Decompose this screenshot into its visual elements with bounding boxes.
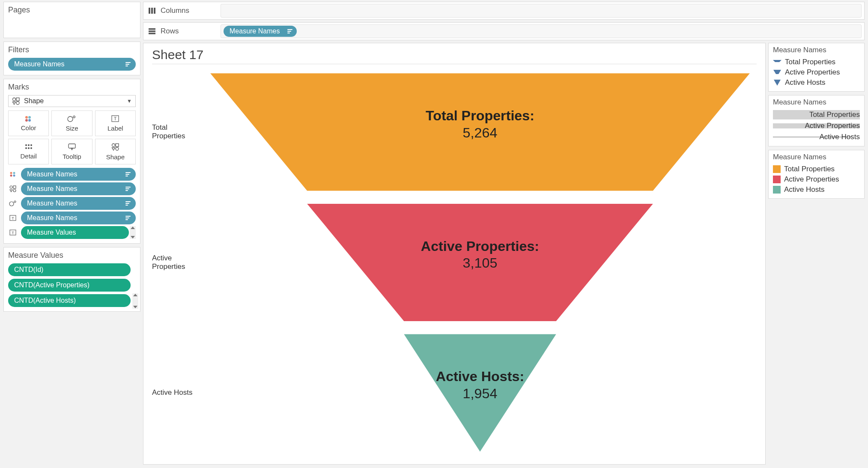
size-legend-title: Measure Names [773, 98, 860, 107]
mark-pill-size[interactable]: Measure Names [21, 197, 136, 210]
mark-btn-size-label: Size [66, 125, 78, 132]
filters-card-title: Filters [8, 45, 136, 54]
shape-legend[interactable]: Measure Names Total Properties Active Pr… [768, 43, 865, 92]
filters-card[interactable]: Filters Measure Names [3, 42, 140, 75]
shape-legend-title: Measure Names [773, 46, 860, 54]
mark-type-label: Shape [24, 97, 44, 105]
columns-icon [143, 7, 161, 14]
svg-point-31 [13, 189, 16, 192]
mark-btn-color[interactable]: Color [8, 110, 49, 136]
svg-rect-42 [149, 30, 155, 32]
color-swatch-icon [773, 186, 781, 194]
rows-drop[interactable]: Measure Names [221, 24, 862, 38]
svg-text:T: T [12, 231, 14, 235]
svg-marker-44 [773, 60, 781, 62]
svg-point-26 [10, 175, 12, 177]
size-icon [67, 115, 77, 122]
mark-btn-size[interactable]: Size [51, 110, 92, 136]
svg-point-15 [25, 147, 27, 149]
svg-point-24 [10, 172, 12, 174]
filters-pill-measure-names[interactable]: Measure Names [8, 58, 136, 71]
title-rule [152, 64, 757, 64]
svg-rect-29 [13, 186, 16, 188]
funnel-chart[interactable]: Total Properties:5,264Active Properties:… [203, 67, 757, 458]
mark-btn-tooltip-label: Tooltip [63, 153, 81, 160]
size-legend[interactable]: Measure Names Total Properties Active Pr… [768, 95, 865, 146]
svg-point-0 [13, 98, 16, 101]
mark-pill-label2[interactable]: Measure Values [21, 226, 129, 239]
pill-label: Measure Names [14, 60, 64, 68]
mv-pill-0[interactable]: CNTD(Id) [8, 263, 131, 276]
mv-pill-1[interactable]: CNTD(Active Properties) [8, 279, 131, 292]
legend-label: Total Properties [785, 58, 835, 66]
columns-shelf[interactable]: Columns [143, 2, 865, 20]
svg-marker-22 [112, 148, 115, 150]
mv-scrollbar[interactable] [132, 293, 138, 309]
mark-btn-label[interactable]: T Label [95, 110, 136, 136]
svg-rect-38 [149, 8, 150, 14]
mark-pill-color[interactable]: Measure Names [21, 168, 136, 181]
label-t-icon: T [111, 115, 119, 122]
columns-drop[interactable] [221, 4, 862, 18]
triangle-down-icon [773, 80, 781, 86]
funnel-mark-label-0: Total Properties: [426, 109, 534, 123]
color-legend-item-1[interactable]: Active Properties [773, 174, 860, 185]
left-sidebar: Pages Filters Measure Names Marks Shape … [3, 2, 140, 465]
funnel-mark-label-1: Active Properties: [421, 239, 539, 253]
mark-pill-scrollbar[interactable] [130, 226, 136, 239]
row-label-1: Active Properties [152, 197, 203, 328]
pill-label: Measure Names [27, 170, 77, 178]
sort-icon [125, 62, 131, 66]
rows-pill-measure-names[interactable]: Measure Names [224, 26, 297, 37]
mark-btn-detail[interactable]: Detail [8, 139, 49, 164]
shape-icon [8, 185, 18, 192]
svg-rect-41 [149, 28, 155, 30]
svg-point-5 [28, 116, 31, 119]
color-legend-item-0[interactable]: Total Properties [773, 164, 860, 174]
rows-icon [143, 28, 161, 35]
size-legend-item-1[interactable]: Active Properties [773, 120, 860, 131]
svg-text:T: T [12, 216, 14, 221]
svg-point-25 [13, 172, 15, 174]
svg-point-32 [9, 202, 14, 206]
row-label-0: Total Properties [152, 67, 203, 197]
mv-pill-2[interactable]: CNTD(Active Hosts) [8, 294, 131, 307]
sort-icon [125, 172, 131, 176]
mark-pill-shape[interactable]: Measure Names [21, 182, 136, 195]
legend-label: Total Properties [784, 165, 835, 173]
pages-card[interactable]: Pages [3, 2, 140, 38]
color-legend-item-2[interactable]: Active Hosts [773, 185, 860, 195]
mark-btn-color-label: Color [21, 124, 36, 131]
pill-label: CNTD(Id) [14, 266, 43, 274]
mark-pill-label1[interactable]: Measure Names [21, 212, 136, 224]
pill-label: Measure Names [27, 200, 77, 207]
funnel-mark-value-0: 5,264 [463, 125, 498, 140]
mark-btn-tooltip[interactable]: Tooltip [51, 139, 92, 164]
pill-label: Measure Names [27, 185, 77, 193]
svg-point-14 [30, 144, 32, 146]
svg-point-6 [25, 119, 28, 122]
sheet-title[interactable]: Sheet 17 [152, 48, 757, 62]
mark-type-select[interactable]: Shape ▼ [8, 95, 136, 107]
legends: Measure Names Total Properties Active Pr… [768, 43, 865, 465]
mark-btn-shape[interactable]: Shape [95, 139, 136, 164]
svg-marker-45 [773, 70, 781, 74]
rows-shelf[interactable]: Rows Measure Names [143, 22, 865, 40]
svg-rect-39 [151, 8, 153, 14]
triangle-down-icon [773, 60, 781, 64]
row-header-labels: Total Properties Active Properties Activ… [152, 67, 203, 458]
svg-point-9 [73, 116, 75, 118]
color-legend[interactable]: Measure Names Total Properties Active Pr… [768, 150, 865, 199]
shape-legend-item-1[interactable]: Active Properties [773, 67, 860, 78]
svg-point-13 [28, 144, 30, 146]
legend-label: Active Properties [785, 68, 840, 77]
shape-legend-item-0[interactable]: Total Properties [773, 57, 860, 67]
mark-buttons: Color Size T Label Detail Tooltip [8, 110, 136, 164]
svg-point-23 [116, 147, 119, 150]
size-legend-item-2[interactable]: Active Hosts [773, 131, 860, 143]
mark-btn-shape-label: Shape [106, 153, 125, 161]
detail-icon [24, 144, 33, 150]
sort-icon [125, 201, 131, 206]
size-legend-item-0[interactable]: Total Properties [773, 109, 860, 120]
shape-legend-item-2[interactable]: Active Hosts [773, 78, 860, 88]
